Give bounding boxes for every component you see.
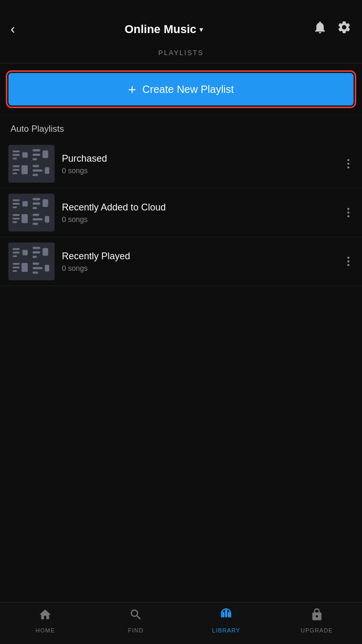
create-button-label: Create New Playlist xyxy=(142,83,234,96)
playlist-info: Recently Played 0 songs xyxy=(62,251,336,272)
nav-home-label: HOME xyxy=(36,627,55,634)
svg-rect-16 xyxy=(33,174,38,176)
back-button[interactable]: ‹ xyxy=(10,21,15,37)
playlist-songs: 0 songs xyxy=(62,264,336,272)
svg-rect-7 xyxy=(33,158,37,160)
more-options-button[interactable] xyxy=(343,155,354,173)
dropdown-arrow-icon[interactable]: ▾ xyxy=(199,25,203,34)
playlist-info: Recently Added to Cloud 0 songs xyxy=(62,202,336,224)
svg-rect-10 xyxy=(13,169,20,171)
svg-rect-42 xyxy=(13,263,20,265)
svg-rect-41 xyxy=(42,248,48,256)
nav-item-upgrade[interactable]: UPGRADE xyxy=(272,608,363,634)
library-icon xyxy=(219,608,233,625)
svg-rect-0 xyxy=(13,151,20,152)
svg-rect-37 xyxy=(23,250,28,255)
create-new-playlist-button[interactable]: + Create New Playlist xyxy=(8,73,354,105)
playlists-subtitle: PLAYLISTS xyxy=(0,44,362,64)
svg-rect-29 xyxy=(22,214,28,223)
svg-rect-8 xyxy=(42,150,48,158)
svg-rect-45 xyxy=(22,263,28,272)
header: ‹ Online Music ▾ xyxy=(0,15,362,44)
svg-rect-49 xyxy=(45,265,49,272)
header-center: Online Music ▾ xyxy=(124,23,203,36)
svg-rect-26 xyxy=(13,214,20,216)
svg-rect-30 xyxy=(33,214,39,216)
svg-rect-13 xyxy=(22,165,25,171)
status-bar xyxy=(0,0,362,15)
svg-rect-38 xyxy=(33,247,40,249)
playlist-name: Purchased xyxy=(62,153,336,164)
upgrade-icon xyxy=(310,608,324,625)
playlist-thumbnail xyxy=(8,194,55,231)
svg-rect-33 xyxy=(45,216,49,223)
svg-rect-19 xyxy=(13,203,20,205)
nav-item-home[interactable]: HOME xyxy=(0,608,91,634)
playlist-songs: 0 songs xyxy=(62,215,336,224)
playlist-info: Purchased 0 songs xyxy=(62,153,336,175)
auto-playlists-label: Auto Playlists xyxy=(0,115,362,140)
bell-icon[interactable] xyxy=(313,20,327,38)
svg-rect-9 xyxy=(13,165,20,167)
svg-rect-27 xyxy=(13,218,20,219)
svg-rect-4 xyxy=(23,152,25,156)
svg-rect-23 xyxy=(33,203,40,205)
svg-rect-44 xyxy=(13,270,17,272)
svg-rect-31 xyxy=(33,218,42,220)
playlist-name: Recently Played xyxy=(62,251,336,262)
svg-rect-39 xyxy=(33,251,40,254)
svg-rect-5 xyxy=(33,149,40,151)
nav-item-find[interactable]: FIND xyxy=(91,608,182,634)
svg-rect-2 xyxy=(13,157,17,159)
spacer xyxy=(0,444,362,602)
svg-rect-20 xyxy=(13,206,17,208)
playlist-thumbnail xyxy=(8,145,55,183)
more-options-button[interactable] xyxy=(343,204,354,221)
nav-library-label: LIBRARY xyxy=(212,627,240,634)
svg-rect-43 xyxy=(13,267,20,268)
svg-rect-14 xyxy=(33,165,39,167)
svg-rect-36 xyxy=(13,255,17,257)
svg-rect-21 xyxy=(23,201,28,206)
svg-rect-17 xyxy=(45,167,49,174)
svg-rect-47 xyxy=(33,267,42,269)
svg-rect-48 xyxy=(33,271,38,273)
svg-rect-28 xyxy=(13,221,17,223)
svg-rect-11 xyxy=(13,173,17,174)
nav-item-library[interactable]: LIBRARY xyxy=(181,608,272,634)
playlist-thumbnail xyxy=(8,242,55,280)
list-item[interactable]: Recently Added to Cloud 0 songs xyxy=(0,188,362,237)
list-item[interactable]: Purchased 0 songs xyxy=(0,140,362,188)
svg-rect-1 xyxy=(13,154,20,156)
search-icon xyxy=(129,608,143,625)
svg-rect-32 xyxy=(33,223,38,225)
home-icon xyxy=(38,608,52,625)
playlist-songs: 0 songs xyxy=(62,166,336,175)
playlist-name: Recently Added to Cloud xyxy=(62,202,336,213)
create-button-wrapper: + Create New Playlist xyxy=(0,64,362,115)
header-left: ‹ xyxy=(10,21,15,37)
header-right xyxy=(313,20,352,38)
bottom-nav: HOME FIND LIBRARY UPGRADE xyxy=(0,602,362,644)
svg-rect-25 xyxy=(42,199,48,207)
svg-rect-18 xyxy=(13,199,20,201)
playlist-list: Purchased 0 songs xyxy=(0,140,362,444)
svg-rect-34 xyxy=(13,248,20,250)
svg-rect-35 xyxy=(13,252,20,254)
svg-rect-24 xyxy=(33,207,37,209)
svg-rect-46 xyxy=(33,262,39,265)
svg-rect-6 xyxy=(33,154,40,156)
plus-icon: + xyxy=(128,82,136,96)
svg-rect-22 xyxy=(33,198,40,200)
more-options-button[interactable] xyxy=(343,252,354,270)
svg-rect-40 xyxy=(33,256,37,258)
nav-upgrade-label: UPGRADE xyxy=(301,627,333,634)
gear-icon[interactable] xyxy=(337,20,352,38)
header-title: Online Music xyxy=(124,23,196,36)
svg-rect-15 xyxy=(33,170,42,172)
list-item[interactable]: Recently Played 0 songs xyxy=(0,237,362,286)
nav-find-label: FIND xyxy=(128,627,144,634)
